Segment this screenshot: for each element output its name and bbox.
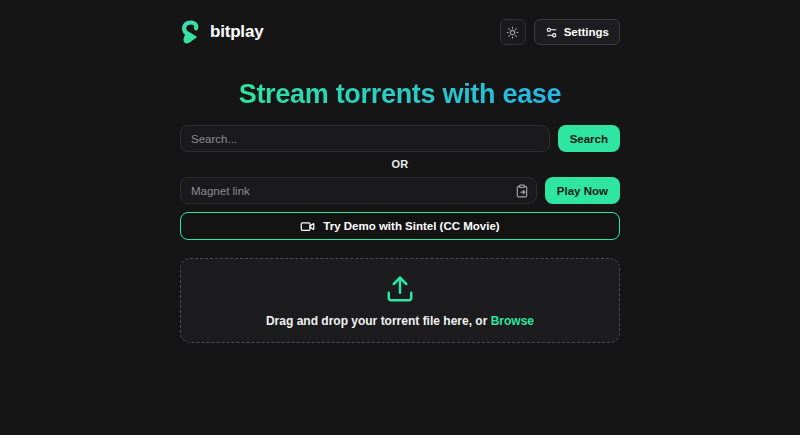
magnet-link-input[interactable] <box>180 177 537 204</box>
clipboard-paste-icon <box>515 184 529 198</box>
upload-icon <box>385 274 415 304</box>
search-button[interactable]: Search <box>558 125 620 152</box>
dropzone-instruction: Drag and drop your torrent file here, or <box>266 314 487 328</box>
torrent-dropzone[interactable]: Drag and drop your torrent file here, or… <box>180 258 620 343</box>
browse-link[interactable]: Browse <box>491 314 534 328</box>
header: bitplay Settings <box>180 16 620 48</box>
demo-button[interactable]: Try Demo with Sintel (CC Movie) <box>180 212 620 240</box>
settings-label: Settings <box>564 26 609 38</box>
magnet-input-wrap <box>180 177 537 204</box>
video-icon <box>300 219 315 234</box>
search-row: Search <box>180 125 620 152</box>
page-title: Stream torrents with ease <box>180 78 620 110</box>
sliders-icon <box>545 26 558 39</box>
magnet-row: Play Now <box>180 177 620 204</box>
dropzone-text: Drag and drop your torrent file here, or… <box>266 314 534 328</box>
or-divider: OR <box>180 158 620 171</box>
bitplay-logo-icon <box>180 18 203 47</box>
header-actions: Settings <box>500 19 620 45</box>
search-input[interactable] <box>180 125 550 152</box>
sun-icon <box>506 26 519 39</box>
play-now-button[interactable]: Play Now <box>545 177 620 204</box>
brand[interactable]: bitplay <box>180 18 263 47</box>
paste-button[interactable] <box>515 184 529 198</box>
brand-name: bitplay <box>210 22 263 42</box>
main-container: bitplay Settings <box>180 16 620 343</box>
theme-toggle-button[interactable] <box>500 19 526 45</box>
demo-button-label: Try Demo with Sintel (CC Movie) <box>323 220 499 232</box>
settings-button[interactable]: Settings <box>534 19 620 45</box>
